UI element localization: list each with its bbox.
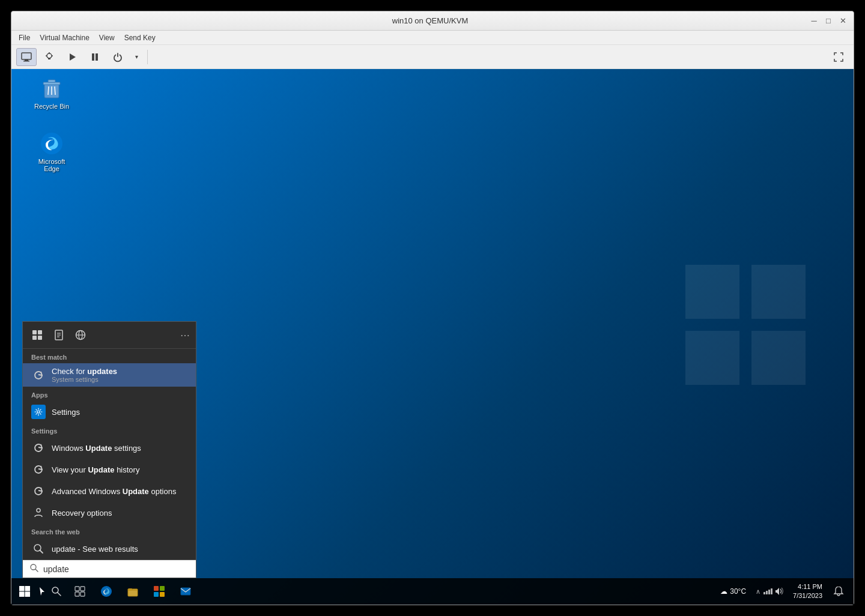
result-title-history: View your Update history <box>52 465 139 474</box>
search-input-icon <box>30 564 38 574</box>
desktop-icon-recycle-bin[interactable]: Recycle Bin <box>31 74 73 112</box>
taskbar-weather[interactable]: ☁ 30°C <box>715 587 751 596</box>
task-view-button[interactable] <box>67 578 93 605</box>
svg-rect-1 <box>25 59 28 61</box>
fullscreen-button[interactable] <box>828 48 849 66</box>
search-input-bar <box>23 560 196 578</box>
taskbar-clock[interactable]: 4:11 PM 7/31/2023 <box>789 582 826 601</box>
system-tray: ∧ <box>753 587 787 596</box>
desktop-icon-edge[interactable]: Microsoft Edge <box>31 129 73 175</box>
result-title-wu-settings: Windows Update settings <box>52 444 141 453</box>
taskbar-search-button[interactable] <box>46 578 67 605</box>
svg-rect-47 <box>80 592 85 596</box>
display-button[interactable] <box>16 48 37 66</box>
svg-rect-22 <box>38 330 42 334</box>
edge-label: Microsoft Edge <box>33 158 70 172</box>
svg-rect-53 <box>160 592 165 597</box>
svg-rect-58 <box>771 588 772 594</box>
recovery-icon <box>31 506 46 520</box>
panel-grid-icon[interactable] <box>29 327 46 343</box>
svg-line-37 <box>35 569 38 572</box>
result-view-update-history[interactable]: View your Update history <box>23 459 196 480</box>
taskbar: ☁ 30°C ∧ <box>11 578 854 605</box>
update-icon-2 <box>31 441 46 455</box>
svg-point-20 <box>41 133 62 154</box>
result-title-web: update - See web results <box>52 545 138 554</box>
svg-rect-45 <box>80 587 85 591</box>
clock-time: 4:11 PM <box>798 582 822 591</box>
toolbar-separator <box>147 50 148 64</box>
tray-expand-icon[interactable]: ∧ <box>756 588 760 596</box>
update-icon-1 <box>31 368 46 382</box>
bulb-button[interactable] <box>39 48 59 66</box>
result-windows-update-settings[interactable]: Windows Update settings <box>23 437 196 459</box>
minimize-button[interactable]: ─ <box>808 15 820 27</box>
svg-rect-38 <box>19 586 25 591</box>
toolbar: ▾ <box>11 45 854 69</box>
web-search-icon <box>31 542 46 556</box>
result-title-advanced: Advanced Windows Update options <box>52 487 176 496</box>
menu-file[interactable]: File <box>14 32 35 43</box>
windows-logo-watermark <box>685 265 806 385</box>
result-title-settings: Settings <box>52 408 80 417</box>
result-web-search[interactable]: update - See web results <box>23 538 196 560</box>
section-label-web: Search the web <box>23 524 196 538</box>
window-title: win10 on QEMU/KVM <box>52 16 808 25</box>
svg-point-48 <box>101 586 112 597</box>
panel-doc-icon[interactable] <box>50 327 67 343</box>
title-bar: win10 on QEMU/KVM ─ □ ✕ <box>11 11 854 31</box>
menu-virtual-machine[interactable]: Virtual Machine <box>35 32 94 43</box>
close-button[interactable]: ✕ <box>837 15 849 27</box>
svg-rect-54 <box>181 588 190 595</box>
svg-rect-55 <box>763 592 765 594</box>
taskbar-file-explorer[interactable] <box>120 578 146 605</box>
section-label-best-match: Best match <box>23 349 196 363</box>
panel-web-icon[interactable] <box>72 327 89 343</box>
menu-send-key[interactable]: Send Key <box>120 32 160 43</box>
result-title-recovery: Recovery options <box>52 509 112 518</box>
svg-line-43 <box>58 593 61 596</box>
power-dropdown-button[interactable]: ▾ <box>130 48 142 66</box>
result-advanced-update-options[interactable]: Advanced Windows Update options <box>23 480 196 502</box>
taskbar-edge[interactable] <box>93 578 120 605</box>
menu-view[interactable]: View <box>94 32 120 43</box>
result-text-history: View your Update history <box>52 465 139 474</box>
svg-rect-56 <box>766 591 768 594</box>
maximize-button[interactable]: □ <box>822 15 834 27</box>
result-settings[interactable]: Settings <box>23 401 196 423</box>
svg-rect-15 <box>43 82 60 85</box>
pause-button[interactable] <box>85 48 105 66</box>
panel-more-icon[interactable]: ⋯ <box>180 330 190 341</box>
svg-rect-40 <box>19 592 25 597</box>
result-recovery-options[interactable]: Recovery options <box>23 502 196 524</box>
cursor-indicator <box>38 585 46 597</box>
settings-icon <box>31 405 46 419</box>
svg-rect-21 <box>32 330 37 334</box>
taskbar-notification[interactable] <box>828 578 849 605</box>
search-input[interactable] <box>43 564 189 574</box>
svg-rect-46 <box>75 592 79 596</box>
menu-bar: File Virtual Machine View Send Key <box>11 31 854 45</box>
svg-rect-24 <box>38 336 42 340</box>
result-check-for-updates[interactable]: Check for updates System settings <box>23 363 196 387</box>
section-label-settings: Settings <box>23 423 196 437</box>
sound-icon <box>775 587 785 596</box>
svg-rect-11 <box>751 265 806 319</box>
taskbar-mail[interactable] <box>172 578 199 605</box>
svg-rect-9 <box>96 53 98 61</box>
result-text-wu-settings: Windows Update settings <box>52 444 141 453</box>
weather-icon: ☁ <box>720 587 727 596</box>
power-button[interactable] <box>108 48 128 66</box>
result-text-recovery: Recovery options <box>52 509 112 518</box>
svg-rect-39 <box>25 586 31 591</box>
svg-point-33 <box>37 509 40 512</box>
result-subtitle-1: System settings <box>52 376 117 383</box>
play-button[interactable] <box>62 48 82 66</box>
taskbar-right: ☁ 30°C ∧ <box>715 578 854 605</box>
svg-rect-44 <box>75 587 79 591</box>
panel-top-icons: ⋯ <box>23 322 196 349</box>
taskbar-store[interactable] <box>146 578 172 605</box>
svg-rect-8 <box>92 53 94 61</box>
svg-line-35 <box>40 551 43 554</box>
start-button[interactable] <box>11 578 38 605</box>
